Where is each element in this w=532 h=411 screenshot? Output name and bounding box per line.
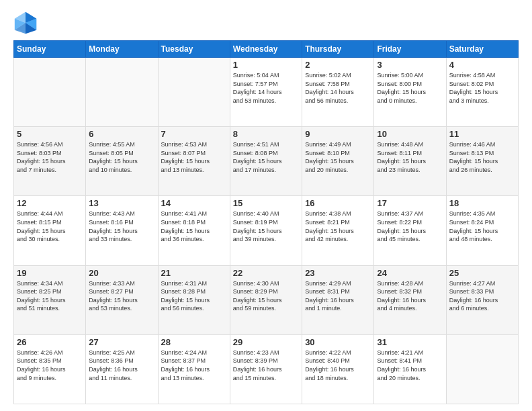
calendar-day-cell: 23Sunrise: 4:29 AMSunset: 8:31 PMDayligh… [302, 265, 374, 334]
calendar-week-row: 26Sunrise: 4:26 AMSunset: 8:35 PMDayligh… [14, 334, 519, 404]
day-number: 21 [161, 268, 227, 278]
day-number: 17 [377, 198, 443, 208]
day-info: Sunrise: 4:43 AMSunset: 8:16 PMDaylight:… [89, 210, 154, 243]
calendar-day-cell: 22Sunrise: 4:30 AMSunset: 8:29 PMDayligh… [230, 265, 302, 334]
day-number: 29 [233, 337, 299, 347]
calendar-day-cell: 5Sunrise: 4:56 AMSunset: 8:03 PMDaylight… [14, 127, 86, 196]
day-number: 30 [305, 337, 371, 347]
calendar-day-cell: 7Sunrise: 4:53 AMSunset: 8:07 PMDaylight… [158, 127, 230, 196]
calendar-day-cell [14, 58, 86, 127]
day-number: 11 [449, 129, 515, 139]
day-info: Sunrise: 4:34 AMSunset: 8:25 PMDaylight:… [17, 279, 83, 313]
calendar-day-cell: 24Sunrise: 4:28 AMSunset: 8:32 PMDayligh… [374, 265, 446, 334]
calendar-day-cell: 6Sunrise: 4:55 AMSunset: 8:05 PMDaylight… [86, 127, 158, 196]
day-number: 2 [305, 60, 371, 70]
day-info: Sunrise: 4:48 AMSunset: 8:11 PMDaylight:… [377, 140, 443, 174]
calendar-header-friday: Friday [374, 41, 446, 58]
calendar-day-cell [86, 58, 158, 127]
day-number: 13 [89, 198, 154, 208]
calendar-day-cell: 21Sunrise: 4:31 AMSunset: 8:28 PMDayligh… [158, 265, 230, 334]
day-number: 9 [305, 129, 371, 139]
day-number: 15 [233, 198, 299, 208]
calendar-day-cell: 15Sunrise: 4:40 AMSunset: 8:19 PMDayligh… [230, 196, 302, 265]
day-number: 24 [377, 268, 443, 278]
calendar-day-cell: 30Sunrise: 4:22 AMSunset: 8:40 PMDayligh… [302, 334, 374, 404]
day-info: Sunrise: 4:55 AMSunset: 8:05 PMDaylight:… [89, 140, 154, 174]
day-info: Sunrise: 4:30 AMSunset: 8:29 PMDaylight:… [233, 279, 299, 313]
header [13, 11, 519, 35]
day-info: Sunrise: 4:56 AMSunset: 8:03 PMDaylight:… [17, 140, 83, 174]
day-info: Sunrise: 4:53 AMSunset: 8:07 PMDaylight:… [161, 140, 227, 174]
day-number: 16 [305, 198, 371, 208]
day-number: 1 [233, 60, 299, 70]
day-info: Sunrise: 4:27 AMSunset: 8:33 PMDaylight:… [449, 279, 515, 313]
logo-icon [13, 11, 38, 35]
day-info: Sunrise: 4:37 AMSunset: 8:22 PMDaylight:… [377, 210, 443, 243]
calendar-day-cell: 20Sunrise: 4:33 AMSunset: 8:27 PMDayligh… [86, 265, 158, 334]
calendar-day-cell: 26Sunrise: 4:26 AMSunset: 8:35 PMDayligh… [14, 334, 86, 404]
calendar-day-cell: 28Sunrise: 4:24 AMSunset: 8:37 PMDayligh… [158, 334, 230, 404]
day-number: 20 [89, 268, 154, 278]
day-info: Sunrise: 4:23 AMSunset: 8:39 PMDaylight:… [233, 349, 299, 382]
day-number: 31 [377, 337, 443, 347]
day-info: Sunrise: 4:25 AMSunset: 8:36 PMDaylight:… [89, 349, 154, 382]
day-number: 19 [17, 268, 83, 278]
calendar-table: SundayMondayTuesdayWednesdayThursdayFrid… [13, 40, 519, 404]
day-number: 7 [161, 129, 227, 139]
day-number: 18 [449, 198, 515, 208]
calendar-day-cell: 8Sunrise: 4:51 AMSunset: 8:08 PMDaylight… [230, 127, 302, 196]
page: SundayMondayTuesdayWednesdayThursdayFrid… [0, 0, 532, 411]
calendar-day-cell: 14Sunrise: 4:41 AMSunset: 8:18 PMDayligh… [158, 196, 230, 265]
day-number: 23 [305, 268, 371, 278]
day-number: 10 [377, 129, 443, 139]
day-number: 27 [89, 337, 154, 347]
calendar-day-cell: 9Sunrise: 4:49 AMSunset: 8:10 PMDaylight… [302, 127, 374, 196]
day-number: 6 [89, 129, 154, 139]
calendar-day-cell: 18Sunrise: 4:35 AMSunset: 8:24 PMDayligh… [446, 196, 518, 265]
calendar-header-monday: Monday [86, 41, 158, 58]
calendar-header-sunday: Sunday [14, 41, 86, 58]
calendar-header-row: SundayMondayTuesdayWednesdayThursdayFrid… [14, 41, 519, 58]
day-info: Sunrise: 4:29 AMSunset: 8:31 PMDaylight:… [305, 279, 371, 313]
day-info: Sunrise: 4:33 AMSunset: 8:27 PMDaylight:… [89, 279, 154, 313]
day-info: Sunrise: 4:41 AMSunset: 8:18 PMDaylight:… [161, 210, 227, 243]
calendar-day-cell: 29Sunrise: 4:23 AMSunset: 8:39 PMDayligh… [230, 334, 302, 404]
calendar-week-row: 5Sunrise: 4:56 AMSunset: 8:03 PMDaylight… [14, 127, 519, 196]
calendar-day-cell: 2Sunrise: 5:02 AMSunset: 7:58 PMDaylight… [302, 58, 374, 127]
day-info: Sunrise: 4:35 AMSunset: 8:24 PMDaylight:… [449, 210, 515, 243]
day-number: 5 [17, 129, 83, 139]
day-info: Sunrise: 4:24 AMSunset: 8:37 PMDaylight:… [161, 349, 227, 382]
day-info: Sunrise: 4:26 AMSunset: 8:35 PMDaylight:… [17, 349, 83, 382]
day-info: Sunrise: 5:04 AMSunset: 7:57 PMDaylight:… [233, 71, 299, 105]
calendar-day-cell: 10Sunrise: 4:48 AMSunset: 8:11 PMDayligh… [374, 127, 446, 196]
day-number: 12 [17, 198, 83, 208]
day-info: Sunrise: 4:21 AMSunset: 8:41 PMDaylight:… [377, 349, 443, 382]
calendar-header-thursday: Thursday [302, 41, 374, 58]
day-info: Sunrise: 5:00 AMSunset: 8:00 PMDaylight:… [377, 71, 443, 105]
day-info: Sunrise: 4:40 AMSunset: 8:19 PMDaylight:… [233, 210, 299, 243]
day-info: Sunrise: 4:44 AMSunset: 8:15 PMDaylight:… [17, 210, 83, 243]
calendar-day-cell [446, 334, 518, 404]
day-info: Sunrise: 4:28 AMSunset: 8:32 PMDaylight:… [377, 279, 443, 313]
calendar-day-cell: 3Sunrise: 5:00 AMSunset: 8:00 PMDaylight… [374, 58, 446, 127]
logo [13, 11, 40, 35]
calendar-day-cell: 19Sunrise: 4:34 AMSunset: 8:25 PMDayligh… [14, 265, 86, 334]
calendar-day-cell: 11Sunrise: 4:46 AMSunset: 8:13 PMDayligh… [446, 127, 518, 196]
calendar-day-cell [158, 58, 230, 127]
day-number: 28 [161, 337, 227, 347]
calendar-day-cell: 13Sunrise: 4:43 AMSunset: 8:16 PMDayligh… [86, 196, 158, 265]
calendar-day-cell: 12Sunrise: 4:44 AMSunset: 8:15 PMDayligh… [14, 196, 86, 265]
calendar-day-cell: 31Sunrise: 4:21 AMSunset: 8:41 PMDayligh… [374, 334, 446, 404]
day-number: 8 [233, 129, 299, 139]
calendar-day-cell: 27Sunrise: 4:25 AMSunset: 8:36 PMDayligh… [86, 334, 158, 404]
calendar-week-row: 12Sunrise: 4:44 AMSunset: 8:15 PMDayligh… [14, 196, 519, 265]
day-number: 26 [17, 337, 83, 347]
day-info: Sunrise: 4:49 AMSunset: 8:10 PMDaylight:… [305, 140, 371, 174]
day-info: Sunrise: 5:02 AMSunset: 7:58 PMDaylight:… [305, 71, 371, 105]
day-number: 4 [449, 60, 515, 70]
calendar-day-cell: 25Sunrise: 4:27 AMSunset: 8:33 PMDayligh… [446, 265, 518, 334]
calendar-week-row: 1Sunrise: 5:04 AMSunset: 7:57 PMDaylight… [14, 58, 519, 127]
day-info: Sunrise: 4:46 AMSunset: 8:13 PMDaylight:… [449, 140, 515, 174]
calendar-header-wednesday: Wednesday [230, 41, 302, 58]
calendar-day-cell: 17Sunrise: 4:37 AMSunset: 8:22 PMDayligh… [374, 196, 446, 265]
